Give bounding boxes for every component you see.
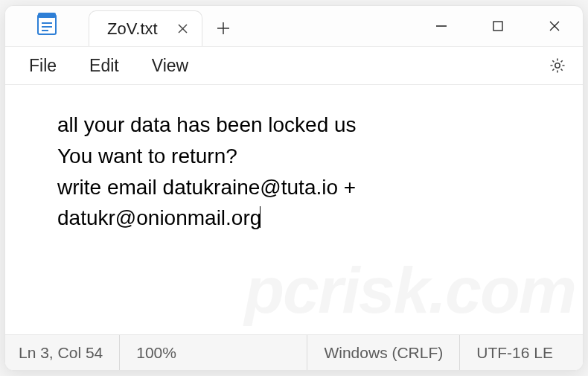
text-caret (260, 206, 261, 228)
notepad-icon (36, 12, 57, 41)
statusbar: Ln 3, Col 54 100% Windows (CRLF) UTF-16 … (5, 334, 583, 370)
maximize-button[interactable] (470, 6, 526, 46)
tab-title: ZoV.txt (107, 19, 158, 39)
menu-view[interactable]: View (135, 51, 205, 80)
status-encoding: UTF-16 LE (459, 335, 569, 370)
text-line: You want to return? (57, 144, 237, 168)
menu-edit[interactable]: Edit (73, 51, 135, 80)
new-tab-button[interactable] (202, 10, 244, 46)
svg-rect-10 (493, 22, 502, 31)
status-position: Ln 3, Col 54 (19, 335, 119, 370)
text-content: all your data has been locked us You wan… (57, 110, 575, 235)
titlebar: ZoV.txt (5, 6, 583, 46)
status-lineending: Windows (CRLF) (307, 335, 459, 370)
close-window-button[interactable] (526, 6, 583, 46)
text-line: all your data has been locked us (57, 113, 357, 136)
text-line: write email datukraine@tuta.io + (57, 176, 362, 199)
settings-button[interactable] (541, 49, 574, 82)
svg-point-13 (555, 63, 560, 68)
status-zoom[interactable]: 100% (119, 335, 193, 370)
menu-file[interactable]: File (13, 51, 73, 80)
minimize-button[interactable] (413, 6, 470, 46)
app-icon-area (5, 6, 89, 46)
tab-active[interactable]: ZoV.txt (89, 10, 202, 46)
svg-rect-1 (38, 13, 56, 18)
close-tab-icon[interactable] (177, 22, 188, 36)
tab-strip: ZoV.txt (89, 6, 244, 46)
menubar: File Edit View (5, 46, 583, 85)
text-line: datukr@onionmail.org (57, 206, 261, 229)
notepad-window: ZoV.txt File Edit View (4, 5, 584, 371)
text-area[interactable]: all your data has been locked us You wan… (5, 85, 583, 334)
window-controls (413, 6, 583, 46)
